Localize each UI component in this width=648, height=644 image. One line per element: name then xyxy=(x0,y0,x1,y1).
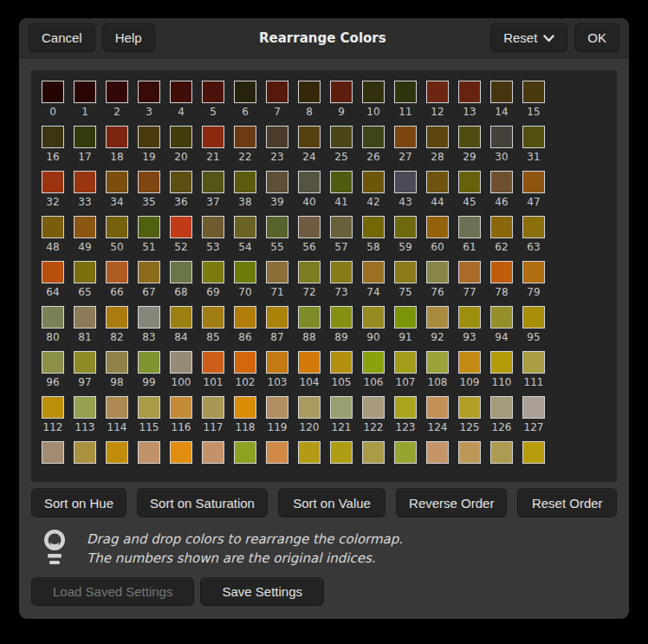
color-swatch[interactable] xyxy=(138,126,160,148)
color-swatch[interactable] xyxy=(458,306,481,329)
color-swatch[interactable] xyxy=(74,216,96,238)
color-swatch[interactable] xyxy=(170,171,192,193)
color-swatch[interactable] xyxy=(106,441,128,464)
reset-dropdown-button[interactable]: Reset xyxy=(490,23,567,52)
color-swatch[interactable] xyxy=(394,261,417,283)
color-swatch[interactable] xyxy=(490,441,513,464)
color-swatch[interactable] xyxy=(42,396,64,419)
color-swatch[interactable] xyxy=(330,441,353,464)
color-swatch[interactable] xyxy=(74,261,96,283)
color-swatch[interactable] xyxy=(170,216,192,238)
color-swatch[interactable] xyxy=(106,216,128,238)
color-swatch[interactable] xyxy=(170,261,192,283)
color-swatch[interactable] xyxy=(298,261,321,283)
color-swatch[interactable] xyxy=(522,126,545,148)
color-swatch[interactable] xyxy=(138,441,160,464)
color-swatch[interactable] xyxy=(74,351,96,374)
color-swatch[interactable] xyxy=(362,216,385,238)
color-swatch[interactable] xyxy=(426,441,449,464)
color-swatch[interactable] xyxy=(202,261,224,283)
color-swatch[interactable] xyxy=(362,126,385,148)
color-swatch[interactable] xyxy=(426,171,449,193)
color-swatch[interactable] xyxy=(298,441,321,464)
color-swatch[interactable] xyxy=(522,261,545,283)
color-swatch[interactable] xyxy=(74,306,96,329)
color-swatch[interactable] xyxy=(490,261,513,283)
color-swatch[interactable] xyxy=(298,216,321,238)
color-swatch[interactable] xyxy=(74,81,96,103)
color-swatch[interactable] xyxy=(42,171,64,193)
color-swatch[interactable] xyxy=(42,126,64,148)
sort-on-saturation-button[interactable]: Sort on Saturation xyxy=(137,488,268,517)
color-swatch[interactable] xyxy=(234,171,256,193)
color-swatch[interactable] xyxy=(266,306,288,329)
color-swatch[interactable] xyxy=(394,306,417,329)
color-swatch[interactable] xyxy=(138,261,160,283)
color-swatch[interactable] xyxy=(298,306,321,329)
color-swatch[interactable] xyxy=(330,306,353,329)
color-swatch[interactable] xyxy=(266,126,288,148)
color-swatch[interactable] xyxy=(170,81,192,103)
color-swatch[interactable] xyxy=(234,396,256,419)
color-swatch[interactable] xyxy=(202,396,224,419)
color-swatch[interactable] xyxy=(330,261,353,283)
color-swatch[interactable] xyxy=(266,216,288,238)
color-swatch[interactable] xyxy=(490,396,513,419)
color-swatch[interactable] xyxy=(106,171,128,193)
color-swatch[interactable] xyxy=(330,351,353,374)
color-swatch[interactable] xyxy=(138,306,160,329)
color-swatch[interactable] xyxy=(458,81,481,103)
load-saved-settings-button[interactable]: Load Saved Settings xyxy=(31,577,194,606)
color-swatch[interactable] xyxy=(202,351,224,374)
color-swatch[interactable] xyxy=(234,81,256,103)
color-swatch[interactable] xyxy=(330,171,353,193)
color-swatch[interactable] xyxy=(266,351,288,374)
color-swatch[interactable] xyxy=(106,261,128,283)
color-swatch[interactable] xyxy=(490,81,513,103)
color-swatch[interactable] xyxy=(426,306,449,329)
color-swatch[interactable] xyxy=(394,126,417,148)
color-swatch[interactable] xyxy=(426,126,449,148)
color-swatch[interactable] xyxy=(138,81,160,103)
color-swatch[interactable] xyxy=(522,441,545,464)
color-swatch[interactable] xyxy=(170,306,192,329)
color-swatch[interactable] xyxy=(138,396,160,419)
color-swatch[interactable] xyxy=(362,81,385,103)
color-swatch[interactable] xyxy=(170,441,192,464)
color-swatch[interactable] xyxy=(42,441,64,464)
color-swatch[interactable] xyxy=(426,81,449,103)
color-swatch[interactable] xyxy=(394,351,417,374)
color-swatch[interactable] xyxy=(330,216,353,238)
color-swatch[interactable] xyxy=(362,351,385,374)
color-swatch[interactable] xyxy=(458,261,481,283)
color-swatch[interactable] xyxy=(234,216,256,238)
color-swatch[interactable] xyxy=(106,396,128,419)
color-swatch[interactable] xyxy=(394,81,417,103)
color-swatch[interactable] xyxy=(234,126,256,148)
color-swatch[interactable] xyxy=(426,216,449,238)
color-swatch[interactable] xyxy=(458,126,481,148)
color-swatch[interactable] xyxy=(74,126,96,148)
color-swatch[interactable] xyxy=(202,306,224,329)
sort-on-hue-button[interactable]: Sort on Hue xyxy=(31,488,126,517)
color-swatch[interactable] xyxy=(170,396,192,419)
color-swatch[interactable] xyxy=(458,171,481,193)
color-swatch[interactable] xyxy=(106,351,128,374)
color-swatch[interactable] xyxy=(490,351,513,374)
color-swatch[interactable] xyxy=(234,261,256,283)
color-swatch[interactable] xyxy=(266,441,288,464)
color-swatch[interactable] xyxy=(266,81,288,103)
sort-on-value-button[interactable]: Sort on Value xyxy=(278,488,386,517)
color-swatch[interactable] xyxy=(42,81,64,103)
color-swatch[interactable] xyxy=(74,171,96,193)
ok-button[interactable]: OK xyxy=(574,23,619,52)
color-swatch[interactable] xyxy=(458,351,481,374)
color-swatch[interactable] xyxy=(138,351,160,374)
help-button[interactable]: Help xyxy=(102,23,155,52)
color-swatch[interactable] xyxy=(330,81,353,103)
color-swatch[interactable] xyxy=(202,171,224,193)
reset-order-button[interactable]: Reset Order xyxy=(517,488,617,517)
color-swatch[interactable] xyxy=(490,306,513,329)
color-swatch[interactable] xyxy=(298,171,321,193)
color-swatch[interactable] xyxy=(522,351,545,374)
